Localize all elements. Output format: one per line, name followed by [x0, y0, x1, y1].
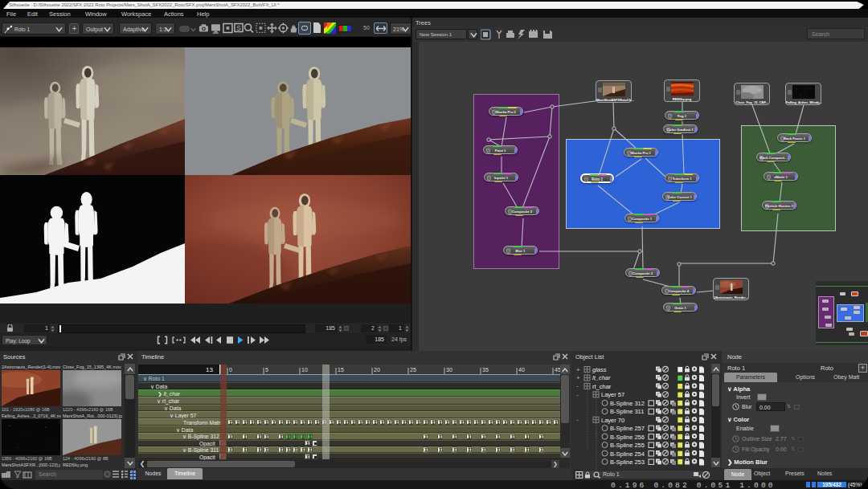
svg-text:20: 20	[374, 367, 380, 373]
svg-text:0: 0	[229, 367, 232, 373]
svg-text:S: S	[236, 25, 241, 32]
svg-text:10: 10	[301, 367, 308, 373]
svg-text:15: 15	[338, 367, 344, 373]
svg-text:35: 35	[482, 367, 489, 373]
svg-text:40: 40	[518, 367, 525, 373]
svg-text:30: 30	[446, 367, 452, 373]
svg-text:45: 45	[555, 367, 560, 373]
svg-text:25: 25	[410, 367, 416, 373]
svg-text:5: 5	[265, 367, 268, 373]
